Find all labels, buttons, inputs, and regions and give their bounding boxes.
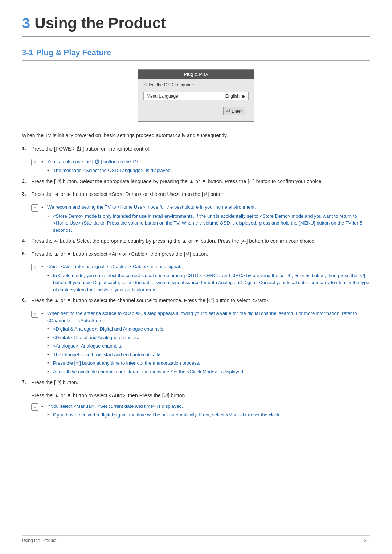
- note-icon-7: ⚙: [31, 403, 38, 411]
- step-7-text: Press the [⏎] button.: [31, 379, 370, 387]
- chapter-number: 3: [22, 15, 30, 32]
- note-icon-1: ⚙: [31, 159, 38, 166]
- bullet: •: [41, 204, 45, 211]
- note-1-line-1-text: You can also use the [ ⏻ ] button on the…: [47, 158, 172, 165]
- sub-bullet: •: [47, 334, 51, 341]
- sub-bullet: •: [47, 411, 51, 419]
- step-6-notes: ⚙ • When setting the antenna source to <…: [31, 310, 370, 375]
- step-7-item: 7. Press the [⏎] button.: [22, 379, 370, 387]
- section-title: Plug & Play Feature: [36, 48, 111, 57]
- note-3-line-1-text: We recommend setting the TV to <Home Use…: [47, 204, 370, 211]
- step-5-notes: ⚙ • <Air>: <Air> antenna signal. / <Cabl…: [31, 263, 370, 293]
- note-6-line-7: • After all the available channels are s…: [47, 368, 370, 376]
- step-5-item: 5. Press the ▲ or ▼ button to select <Ai…: [22, 250, 370, 258]
- step-1-item: 1. Press the [POWER ⏻ ] button on the re…: [22, 145, 370, 153]
- dialog-body: Select the OSD Language. Menu Language E…: [138, 79, 254, 121]
- dialog-footer: ⏎ Enter: [143, 105, 249, 118]
- step-4-item: 4. Press the ⏎ button. Select the approp…: [22, 237, 370, 245]
- note-3-line-2: • <Store Demo> mode is only intended for…: [47, 213, 370, 234]
- sub-bullet: •: [47, 213, 51, 220]
- dialog-menu-row: Menu Language English ▶: [143, 92, 249, 100]
- note-lines-7: • If you select <Manual>, <Set current d…: [41, 403, 281, 419]
- step-3-text: Press the ◄ or ► button to select <Store…: [31, 190, 370, 198]
- footer-right: 3-1: [364, 538, 370, 543]
- sub-bullet: •: [47, 351, 51, 358]
- step-7-extra-text: Press the ▲ or ▼ button to select <Auto>…: [31, 393, 186, 398]
- section-number: 3-1: [22, 48, 33, 57]
- chapter-header: 3Using the Product: [22, 15, 370, 37]
- intro-text: When the TV is initially powered on, bas…: [22, 132, 370, 139]
- step-4-num: 4.: [22, 237, 29, 243]
- note-3-line-1: • We recommend setting the TV to <Home U…: [41, 204, 370, 211]
- note-icon-6: ⚙: [31, 311, 38, 318]
- chapter-title: Using the Product: [34, 15, 166, 32]
- note-5-line-2-text: In Cable mode, you can select the correc…: [53, 272, 370, 294]
- plug-play-dialog: Plug & Play Select the OSD Language. Men…: [138, 69, 254, 122]
- note-6-line-4: • <Analogue>: Analogue channels.: [47, 342, 370, 350]
- note-lines-5: • <Air>: <Air> antenna signal. / <Cable>…: [41, 263, 370, 293]
- step-7-notes: ⚙ • If you select <Manual>, <Set current…: [31, 403, 370, 419]
- note-5-line-1: • <Air>: <Air> antenna signal. / <Cable>…: [41, 263, 370, 271]
- note-lines-3: • We recommend setting the TV to <Home U…: [41, 204, 370, 234]
- step-3: 3. Press the ◄ or ► button to select <St…: [22, 190, 370, 234]
- step-4-text: Press the ⏎ button. Select the appropria…: [31, 237, 370, 245]
- note-lines-6: • When setting the antenna source to <Ca…: [41, 310, 370, 375]
- note-icon-5: ⚙: [31, 264, 38, 271]
- sub-bullet: •: [47, 360, 51, 367]
- step-2-num: 2.: [22, 178, 29, 184]
- footer-left: Using the Product: [22, 538, 56, 543]
- step-3-num: 3.: [22, 190, 29, 197]
- step-6: 6. Press the ▲ or ▼ button to select the…: [22, 297, 370, 375]
- note-6-line-5-text: The channel search will start and end au…: [53, 351, 370, 358]
- enter-button[interactable]: ⏎ Enter: [223, 107, 245, 115]
- step-7-num: 7.: [22, 379, 29, 385]
- step-2-item: 2. Press the [⏎] button. Select the appr…: [22, 178, 370, 186]
- bullet: •: [41, 263, 45, 271]
- step-1-notes: ⚙ • You can also use the [ ⏻ ] button on…: [31, 158, 370, 174]
- step-2-text: Press the [⏎] button. Select the appropr…: [31, 178, 370, 186]
- note-7-line-1-text: If you select <Manual>, <Set current dat…: [47, 403, 281, 410]
- dialog-row-value: English: [225, 94, 240, 99]
- enter-icon: ⏎: [226, 108, 230, 114]
- note-6-line-4-text: <Analogue>: Analogue channels.: [53, 342, 370, 350]
- step-1-num: 1.: [22, 145, 29, 151]
- enter-label: Enter: [232, 109, 242, 114]
- page-footer: Using the Product 3-1: [22, 535, 370, 543]
- dialog-title: Plug & Play: [138, 70, 254, 79]
- sub-bullet: •: [47, 368, 51, 376]
- note-7-line-2: • If you have received a digital signal,…: [47, 411, 281, 419]
- bullet: •: [41, 310, 45, 317]
- note-5-line-1-text: <Air>: <Air> antenna signal. / <Cable>: …: [47, 263, 370, 270]
- step-7-extra: Press the ▲ or ▼ button to select <Auto>…: [31, 392, 370, 400]
- section-header: 3-1Plug & Play Feature: [22, 48, 370, 61]
- steps-container: 1. Press the [POWER ⏻ ] button on the re…: [22, 145, 370, 419]
- note-6-line-2: • <Digital & Analogue>: Digital and Anal…: [47, 325, 370, 333]
- step-5-num: 5.: [22, 250, 29, 257]
- note-icon-3: ⚙: [31, 204, 38, 212]
- step-7: 7. Press the [⏎] button. Press the ▲ or …: [22, 379, 370, 418]
- note-3-line-2-text: <Store Demo> mode is only intended for u…: [53, 213, 370, 234]
- note-6-line-3-text: <Digital>: Digital and Analogue channels…: [53, 334, 370, 341]
- step-5: 5. Press the ▲ or ▼ button to select <Ai…: [22, 250, 370, 294]
- note-6-line-2-text: <Digital & Analogue>: Digital and Analog…: [53, 325, 370, 333]
- dialog-container: Plug & Play Select the OSD Language. Men…: [22, 69, 370, 122]
- bullet: •: [41, 403, 45, 410]
- sub-bullet: •: [47, 325, 51, 333]
- note-1-line-1: • You can also use the [ ⏻ ] button on t…: [41, 158, 172, 166]
- note-1-line-2-text: The message <Select the OSD Language>. i…: [53, 167, 172, 174]
- note-6-line-5: • The channel search will start and end …: [47, 351, 370, 358]
- sub-bullet: •: [47, 342, 51, 350]
- sub-bullet: •: [47, 272, 51, 279]
- step-4: 4. Press the ⏎ button. Select the approp…: [22, 237, 370, 245]
- step-3-item: 3. Press the ◄ or ► button to select <St…: [22, 190, 370, 198]
- note-6-line-3: • <Digital>: Digital and Analogue channe…: [47, 334, 370, 341]
- dialog-subtitle: Select the OSD Language.: [143, 82, 249, 87]
- note-5-line-2: • In Cable mode, you can select the corr…: [47, 272, 370, 294]
- step-1-text: Press the [POWER ⏻ ] button on the remot…: [31, 145, 370, 153]
- step-1: 1. Press the [POWER ⏻ ] button on the re…: [22, 145, 370, 174]
- step-6-num: 6.: [22, 297, 29, 303]
- note-6-line-1-text: When setting the antenna source to <Cabl…: [47, 310, 370, 324]
- step-6-text: Press the ▲ or ▼ button to select the ch…: [31, 297, 370, 305]
- note-6-line-6: • Press the [⏎] button at any time to in…: [47, 360, 370, 367]
- step-3-notes: ⚙ • We recommend setting the TV to <Home…: [31, 204, 370, 234]
